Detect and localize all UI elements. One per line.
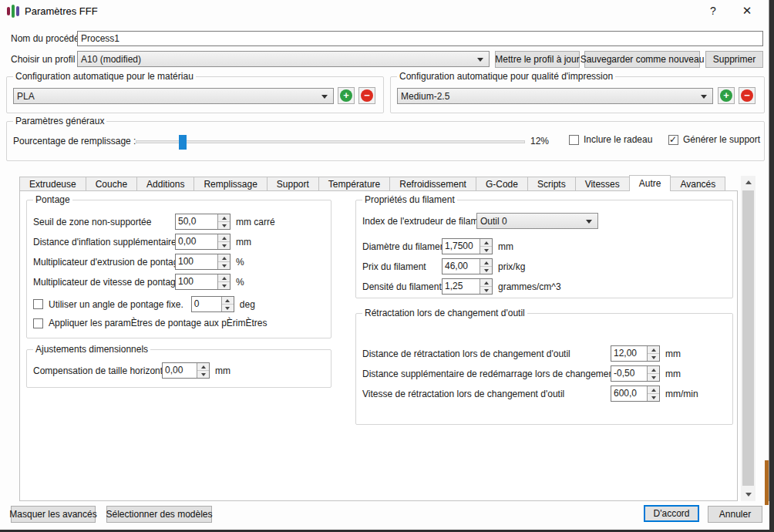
settings-tab-bar: Extrudeuse Couche Additions Remplissage … [19,176,725,191]
spin-value[interactable]: 1,7500 [443,239,480,254]
filament-price-spinbox[interactable]: 46,00 [442,258,493,274]
unsupported-area-spinbox[interactable]: 50,0 [175,214,231,230]
filament-extruder-index-row: Index de l'extrudeur de filament Outil 0 [362,213,598,229]
scrollbar-thumb[interactable] [742,190,754,486]
filament-density-spinbox[interactable]: 1,25 [442,278,493,295]
remove-material-button[interactable]: − [358,87,375,104]
spin-up-button[interactable] [480,279,492,287]
tab-autre[interactable]: Autre [629,175,671,191]
tab-temperature[interactable]: Température [318,177,390,191]
spin-up-button[interactable] [480,239,492,247]
add-material-button[interactable]: + [338,87,355,104]
spin-down-button[interactable] [218,262,230,269]
spin-down-button[interactable] [648,354,659,361]
spin-up-button[interactable] [218,214,230,222]
tool-change-extra-restart-distance-spinbox[interactable]: -0,50 [611,365,660,382]
fixed-bridging-angle-spinbox[interactable]: 0 [191,296,234,312]
unit-label: mm/min [665,389,698,399]
tab-couche[interactable]: Couche [86,177,137,191]
spin-down-button[interactable] [480,247,492,254]
spin-up-button[interactable] [648,386,659,394]
tab-avances[interactable]: Avancés [670,177,725,191]
infill-percentage-slider[interactable] [136,140,525,143]
close-button[interactable]: ✕ [732,0,762,22]
spin-down-button[interactable] [222,305,234,311]
tab-scripts[interactable]: Scripts [527,177,576,191]
cancel-button[interactable]: Annuler [708,506,762,523]
spin-value[interactable]: 46,00 [443,259,480,274]
spin-value[interactable]: 0 [192,297,221,311]
spin-down-button[interactable] [218,242,230,249]
bridge-speed-multiplier-spinbox[interactable]: 100 [175,274,231,290]
spin-up-button[interactable] [222,297,234,305]
include-raft-checkbox[interactable] [569,135,579,145]
spin-up-button[interactable] [197,363,209,371]
spin-value[interactable]: 0,00 [163,363,197,378]
spin-up-button[interactable] [648,366,659,374]
fixed-bridging-angle-checkbox[interactable] [33,299,43,309]
filament-diameter-spinbox[interactable]: 1,7500 [442,238,493,254]
chevron-down-icon [701,95,707,99]
infill-percentage-label: Pourcentage de remplissage : [13,136,136,146]
spin-up-button[interactable] [218,234,230,242]
hide-advanced-button[interactable]: Masquer les avancés [11,506,96,523]
spin-value[interactable]: 50,0 [176,214,217,229]
spin-value[interactable]: 100 [176,274,217,289]
add-quality-button[interactable]: + [718,87,735,104]
tab-vitesses[interactable]: Vitesses [575,177,630,191]
ok-button[interactable]: D'accord [644,505,699,522]
spin-down-button[interactable] [648,394,659,401]
update-profile-button[interactable]: Mettre le profil à jour [495,51,580,68]
process-name-input[interactable]: Process1 [77,31,763,46]
scroll-down-arrow-icon[interactable] [741,488,755,501]
spin-up-button[interactable] [480,259,492,267]
spin-down-button[interactable] [197,371,209,378]
scroll-up-arrow-icon[interactable] [741,176,755,189]
spin-down-button[interactable] [218,282,230,289]
quality-select[interactable]: Medium-2.5 [397,88,713,104]
remove-quality-button[interactable]: − [739,87,755,104]
tab-additions[interactable]: Additions [136,177,194,191]
chevron-down-icon [586,220,592,224]
horizontal-size-compensation-spinbox[interactable]: 0,00 [162,362,210,379]
tool-change-retraction-distance-spinbox[interactable]: 12,00 [611,345,660,362]
help-button[interactable]: ? [698,0,729,22]
spin-down-button[interactable] [648,374,659,381]
extra-inflation-spinbox[interactable]: 0,00 [175,234,231,250]
filament-extruder-index-label: Index de l'extrudeur de filament [362,216,476,227]
slider-handle[interactable] [179,135,187,150]
unit-label: prix/kg [498,261,525,272]
spin-down-button[interactable] [218,222,230,229]
generate-support-checkbox[interactable] [668,135,678,145]
filament-extruder-index-select[interactable]: Outil 0 [476,213,598,229]
spin-up-button[interactable] [218,274,230,282]
spin-down-button[interactable] [480,287,492,294]
vertical-scrollbar[interactable] [741,176,755,501]
tab-remplissage[interactable]: Remplissage [194,177,267,191]
profile-select[interactable]: A10 (modified) [77,51,490,67]
tab-refroidissement[interactable]: Refroidissement [389,177,476,191]
delete-profile-button[interactable]: Supprimer [705,51,763,68]
title-bar[interactable]: Paramètres FFF ? ✕ [0,0,769,22]
tool-change-retraction-group: Rétractation lors de changement d'outil … [355,313,733,425]
spin-value[interactable]: 600,0 [611,386,647,401]
bridge-extrusion-multiplier-spinbox[interactable]: 100 [175,254,231,270]
spin-value[interactable]: 100 [176,254,217,269]
spin-value[interactable]: 1,25 [443,279,480,294]
spin-down-button[interactable] [480,267,492,274]
tool-change-retraction-speed-spinbox[interactable]: 600,0 [611,386,660,402]
select-models-button[interactable]: Sélectionner des modèles [106,506,212,523]
spin-value[interactable]: 12,00 [611,346,647,361]
save-as-new-button[interactable]: Sauvegarder comme nouveau [584,51,700,68]
tab-support[interactable]: Support [267,177,319,191]
tab-extrudeuse[interactable]: Extrudeuse [19,177,86,191]
dimensional-adjustments-group-title: Ajustements dimensionnels [33,344,150,355]
tab-gcode[interactable]: G-Code [476,177,528,191]
horizontal-size-compensation-row: Compensation de taille horizontale 0,00 … [33,362,231,379]
apply-bridging-perimeters-checkbox[interactable] [33,318,43,328]
spin-value[interactable]: 0,00 [176,234,217,249]
spin-up-button[interactable] [648,346,659,354]
spin-up-button[interactable] [218,254,230,262]
spin-value[interactable]: -0,50 [611,366,647,381]
material-select[interactable]: PLA [13,88,334,104]
